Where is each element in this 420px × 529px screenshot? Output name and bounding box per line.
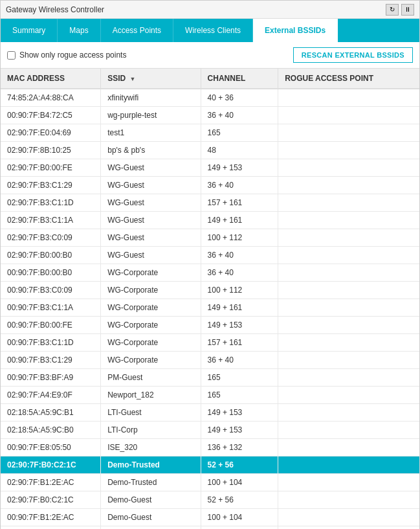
- title-controls: ↻ ⏸: [386, 4, 414, 16]
- sort-icon: ▼: [130, 76, 136, 82]
- cell-mac: 00:90:7F:B4:72:C5: [1, 107, 101, 124]
- col-rogue: ROGUE ACCESS POINT: [278, 69, 419, 89]
- cell-ssid: bp's & pb's: [101, 142, 201, 159]
- table-row[interactable]: 02:90:7F:B3:C1:1AWG-Guest149 + 161: [1, 212, 419, 229]
- table-row[interactable]: 02:90:7F:B0:00:FEWG-Guest149 + 153: [1, 159, 419, 177]
- cell-ssid: xfinitywifi: [101, 89, 201, 107]
- pause-button[interactable]: ⏸: [401, 4, 414, 16]
- table-row[interactable]: 00:90:7F:B0:00:B0WG-Corporate36 + 40: [1, 264, 419, 282]
- cell-channel: 36 + 40: [201, 264, 278, 282]
- external-bssids-table: MAC ADDRESS SSID ▼ CHANNEL ROGUE ACCESS …: [1, 69, 419, 529]
- table-row[interactable]: 00:90:7F:B3:C0:09WG-Corporate100 + 112: [1, 282, 419, 299]
- cell-ssid: Demo-Guest: [101, 491, 201, 509]
- cell-ssid: WG-Corporate: [101, 264, 201, 282]
- table-row[interactable]: 00:90:7F:B3:C1:1DWG-Corporate157 + 161: [1, 334, 419, 352]
- cell-ssid: WG-Guest: [101, 247, 201, 264]
- cell-ssid: Newport_182: [101, 387, 201, 404]
- cell-channel: 36 + 40: [201, 177, 278, 194]
- refresh-button[interactable]: ↻: [386, 4, 399, 16]
- table-row[interactable]: 02:90:7F:B0:00:B0WG-Guest36 + 40: [1, 247, 419, 264]
- cell-rogue: [278, 142, 419, 159]
- cell-rogue: [278, 404, 419, 422]
- cell-channel: 100: [201, 526, 278, 530]
- cell-ssid: WG-Corporate: [101, 334, 201, 352]
- table-row[interactable]: 02:18:5A:A5:9C:B1LTI-Guest149 + 153: [1, 404, 419, 422]
- table-row[interactable]: 02:18:5A:A5:9C:B0LTI-Corp149 + 153: [1, 422, 419, 439]
- table-row[interactable]: 00:90:7F:B3:C1:1AWG-Corporate149 + 161: [1, 299, 419, 317]
- cell-ssid: Cable-free WiFi 4093: [101, 526, 201, 530]
- cell-mac: 02:18:5A:A5:9C:B0: [1, 422, 101, 439]
- table-row[interactable]: 00:90:7F:B0:00:FEWG-Corporate149 + 153: [1, 317, 419, 334]
- rogue-filter-checkbox[interactable]: [7, 51, 16, 60]
- cell-channel: 40 + 36: [201, 89, 278, 107]
- cell-rogue: [278, 194, 419, 212]
- cell-mac: 02:90:7F:B0:00:B0: [1, 247, 101, 264]
- table-row[interactable]: 02:90:7F:A4:E9:0FNewport_182165: [1, 387, 419, 404]
- nav-tabs: Summary Maps Access Points Wireless Clie…: [1, 19, 419, 42]
- app-title: Gateway Wireless Controller: [6, 5, 104, 14]
- table-row[interactable]: 00:90:7F:B3:BF:A9PM-Guest165: [1, 369, 419, 387]
- title-bar: Gateway Wireless Controller ↻ ⏸: [1, 1, 419, 19]
- cell-mac: 02:90:7F:E0:04:69: [1, 124, 101, 142]
- table-row[interactable]: 02:90:7F:B0:C2:1CDemo-Trusted52 + 56: [1, 456, 419, 474]
- cell-mac: 02:90:7F:B0:C2:1C: [1, 491, 101, 509]
- table-wrapper: MAC ADDRESS SSID ▼ CHANNEL ROGUE ACCESS …: [1, 69, 419, 529]
- table-row[interactable]: 02:90:7F:B3:C1:1DWG-Guest157 + 161: [1, 194, 419, 212]
- cell-channel: 36 + 40: [201, 107, 278, 124]
- toolbar: Show only rogue access points RESCAN EXT…: [1, 42, 419, 69]
- tab-maps[interactable]: Maps: [58, 19, 100, 42]
- cell-rogue: [278, 422, 419, 439]
- cell-ssid: PM-Guest: [101, 369, 201, 387]
- table-row[interactable]: 02:90:7F:B3:C0:09WG-Guest100 + 112: [1, 229, 419, 247]
- cell-channel: 100 + 112: [201, 229, 278, 247]
- cell-channel: 165: [201, 387, 278, 404]
- cell-rogue: [278, 474, 419, 491]
- cell-mac: 02:90:7F:B3:C0:09: [1, 229, 101, 247]
- cell-mac: 8A:DC:96:25:E0:8A: [1, 526, 101, 530]
- cell-rogue: [278, 369, 419, 387]
- cell-rogue: [278, 264, 419, 282]
- cell-rogue: [278, 334, 419, 352]
- tab-external-bssids[interactable]: External BSSIDs: [253, 19, 338, 42]
- table-row[interactable]: 8A:DC:96:25:E0:8ACable-free WiFi 4093100: [1, 526, 419, 530]
- cell-channel: 165: [201, 369, 278, 387]
- table-row[interactable]: 02:90:7F:B1:2E:ACDemo-Trusted100 + 104: [1, 474, 419, 491]
- col-ssid[interactable]: SSID ▼: [101, 69, 201, 89]
- tab-access-points[interactable]: Access Points: [101, 19, 173, 42]
- table-row[interactable]: 00:90:7F:B1:2E:ACDemo-Guest100 + 104: [1, 509, 419, 526]
- cell-channel: 36 + 40: [201, 247, 278, 264]
- cell-mac: 00:90:7F:B3:C1:1A: [1, 299, 101, 317]
- cell-channel: 48: [201, 142, 278, 159]
- cell-channel: 157 + 161: [201, 194, 278, 212]
- table-row[interactable]: 02:90:7F:8B:10:25bp's & pb's48: [1, 142, 419, 159]
- cell-rogue: [278, 491, 419, 509]
- col-mac: MAC ADDRESS: [1, 69, 101, 89]
- cell-ssid: WG-Corporate: [101, 282, 201, 299]
- cell-channel: 52 + 56: [201, 491, 278, 509]
- tab-wireless-clients[interactable]: Wireless Clients: [173, 19, 253, 42]
- rogue-filter-label[interactable]: Show only rogue access points: [7, 51, 126, 60]
- cell-mac: 00:90:7F:B3:C1:29: [1, 352, 101, 369]
- table-row[interactable]: 74:85:2A:A4:88:CAxfinitywifi40 + 36: [1, 89, 419, 107]
- table-row[interactable]: 00:90:7F:E8:05:50ISE_320136 + 132: [1, 439, 419, 456]
- cell-channel: 149 + 161: [201, 299, 278, 317]
- cell-rogue: [278, 124, 419, 142]
- table-row[interactable]: 02:90:7F:B3:C1:29WG-Guest36 + 40: [1, 177, 419, 194]
- tab-summary[interactable]: Summary: [1, 19, 58, 42]
- cell-rogue: [278, 229, 419, 247]
- rescan-button[interactable]: RESCAN EXTERNAL BSSIDS: [293, 47, 413, 63]
- cell-rogue: [278, 352, 419, 369]
- table-row[interactable]: 02:90:7F:B0:C2:1CDemo-Guest52 + 56: [1, 491, 419, 509]
- table-row[interactable]: 00:90:7F:B3:C1:29WG-Corporate36 + 40: [1, 352, 419, 369]
- cell-channel: 100 + 104: [201, 509, 278, 526]
- cell-rogue: [278, 387, 419, 404]
- table-row[interactable]: 02:90:7F:E0:04:69test1165: [1, 124, 419, 142]
- table-row[interactable]: 00:90:7F:B4:72:C5wg-purple-test36 + 40: [1, 107, 419, 124]
- table-header-row: MAC ADDRESS SSID ▼ CHANNEL ROGUE ACCESS …: [1, 69, 419, 89]
- cell-ssid: WG-Guest: [101, 229, 201, 247]
- cell-mac: 02:90:7F:B0:00:FE: [1, 159, 101, 177]
- cell-channel: 52 + 56: [201, 456, 278, 474]
- cell-channel: 149 + 153: [201, 404, 278, 422]
- cell-mac: 02:90:7F:A4:E9:0F: [1, 387, 101, 404]
- cell-channel: 149 + 153: [201, 422, 278, 439]
